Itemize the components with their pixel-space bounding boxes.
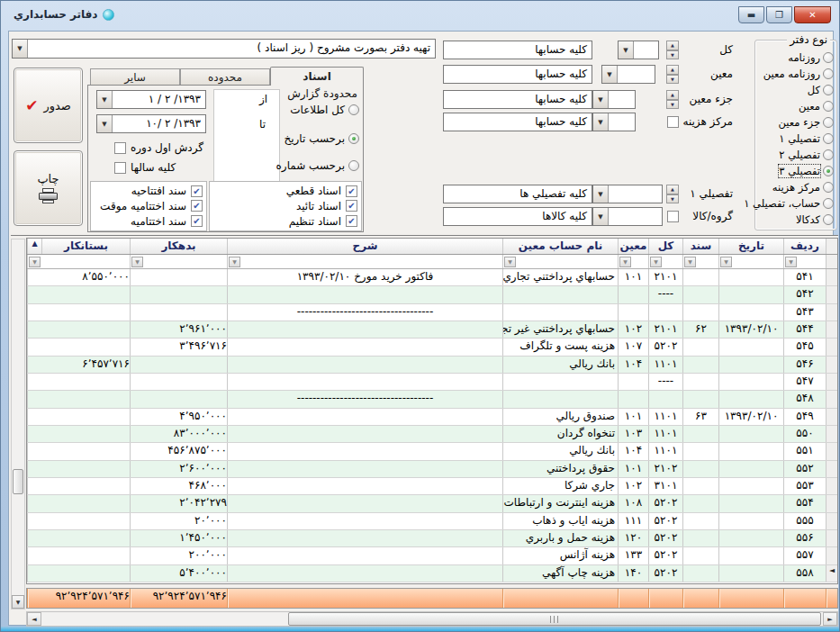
column-header-doc[interactable]: سند [682, 239, 718, 254]
radio-icon[interactable] [823, 182, 834, 193]
checkbox-checked-icon[interactable]: ✔ [346, 215, 357, 227]
table-row[interactable]: ۵۴۷---- [27, 374, 837, 391]
filter-icon[interactable]: ▼ [684, 257, 696, 267]
radio-icon[interactable] [823, 198, 834, 209]
issue-button[interactable]: صدور ✔ [14, 68, 83, 143]
account-filter-value[interactable]: كليه كالاها [443, 207, 592, 226]
radio-icon[interactable] [823, 133, 834, 144]
chevron-down-icon[interactable]: ▼ [593, 208, 609, 225]
radio-icon[interactable] [348, 104, 359, 115]
checkbox-draft-docs[interactable]: ✔ اسناد تنظيم [213, 215, 357, 228]
table-row[interactable]: ۵۴۶۱۱۰۱۱۰۴بانك ريالي۶٬۴۵۷٬۷۱۶ [27, 357, 837, 374]
column-header-desc[interactable]: شرح [227, 239, 502, 254]
spinner-up-icon[interactable]: ▲ [666, 90, 679, 100]
book-type-option[interactable]: كل [757, 84, 834, 96]
checkbox-checked-icon[interactable]: ✔ [191, 185, 203, 197]
chevron-down-icon[interactable]: ▼ [97, 115, 113, 132]
chevron-down-icon[interactable]: ▼ [619, 41, 634, 59]
report-style-combo[interactable]: ▼ تهيه دفتر بصورت مشروح ( ريز اسناد ) [12, 39, 436, 59]
spinner-down-icon[interactable]: ▼ [666, 100, 679, 110]
book-type-option[interactable]: تفصيلي ۱ [757, 132, 834, 145]
scroll-left-button[interactable]: ◄ [27, 612, 41, 626]
chevron-down-icon[interactable]: ▼ [97, 91, 113, 108]
checkbox-checked-icon[interactable]: ✔ [346, 185, 357, 197]
account-filter-value[interactable]: كليه حسابها [443, 41, 592, 59]
table-row[interactable]: ۵۵۳۳۱۰۱۱۰۲جاري شركا۴۶۸٬۰۰۰ [27, 478, 837, 495]
book-type-option[interactable]: جزء معين [757, 116, 834, 129]
filter-icon[interactable]: ▼ [650, 257, 662, 267]
spinner-control[interactable]: ▲▼ [666, 41, 679, 59]
book-type-option[interactable]: مركز هزينه [757, 181, 834, 194]
scroll-down-button[interactable]: ▼ [12, 595, 24, 609]
column-header-row[interactable]: رديف [783, 239, 826, 254]
spinner-down-icon[interactable]: ▼ [666, 75, 679, 85]
to-date-picker[interactable]: ▼ ۱۳۹۳/ ۲ /۱۰ [96, 114, 206, 133]
table-row[interactable]: ۵۵۶۵۲۰۲۱۲۰هزينه حمل و باربري۱٬۴۵۰٬۰۰۰ [27, 530, 837, 547]
checkbox-icon[interactable] [114, 142, 126, 154]
scroll-right-button[interactable]: ► [823, 612, 837, 626]
filter-icon[interactable]: ▼ [619, 257, 631, 267]
radio-icon[interactable] [823, 214, 834, 225]
table-row[interactable]: ۵۴۵۵۲۰۲۱۰۷هزينه پست و تلگراف۳٬۴۹۶٬۷۱۶ [27, 339, 837, 356]
print-button[interactable]: چاپ [14, 150, 83, 226]
horizontal-scrollbar[interactable]: ◄ ► [26, 611, 838, 627]
checkbox-closing-doc[interactable]: ✔ سند اختتاميه [95, 215, 203, 228]
horizontal-scroll-thumb[interactable] [288, 612, 821, 626]
radio-selected-icon[interactable] [348, 133, 359, 144]
column-header-date[interactable]: تاريخ [718, 239, 783, 254]
table-row[interactable]: ۵۴۸----------------------------------- [27, 391, 837, 408]
book-type-option[interactable]: معين [757, 100, 834, 113]
account-filter-combo[interactable]: ▼ [601, 65, 655, 84]
chevron-down-icon[interactable]: ▼ [593, 113, 609, 131]
book-type-option[interactable]: حساب، تفصيلي ۱ [757, 197, 834, 210]
tab-documents[interactable]: اسناد [270, 67, 364, 86]
account-filter-value[interactable]: كليه تفصيلي ها [443, 185, 592, 203]
table-row[interactable]: ۵۴۹۱۳۹۳/۰۲/۱۰۶۳۱۱۰۱۱۰۱صندوق ريالي۴٬۹۵۰٬۰… [27, 409, 837, 426]
filter-icon[interactable]: ▼ [229, 257, 240, 267]
book-type-option[interactable]: كدكالا [757, 213, 834, 226]
spinner-down-icon[interactable]: ▼ [666, 50, 679, 60]
column-header-debit[interactable]: بدهكار [130, 239, 227, 254]
column-header-name[interactable]: نام حساب معين [502, 239, 618, 254]
checkbox-opening-turnover[interactable]: گردش اول دوره [114, 141, 203, 154]
checkbox-checked-icon[interactable]: ✔ [191, 215, 203, 227]
chevron-down-icon[interactable]: ▼ [13, 40, 28, 58]
table-row[interactable]: ۵۵۵۵۲۰۲۱۱۱هزينه اياب و ذهاب۲۰٬۰۰۰ [27, 513, 837, 530]
radio-icon[interactable] [823, 52, 834, 63]
range-option-by-date[interactable]: برحسب تاريخ [284, 132, 359, 145]
spinner-up-icon[interactable]: ▲ [666, 65, 679, 75]
checkbox-final-docs[interactable]: ✔ اسناد قطعي [213, 185, 357, 197]
account-filter-value[interactable]: كليه حسابها [443, 65, 592, 84]
account-filter-combo[interactable]: ▼ [592, 90, 636, 109]
from-date-picker[interactable]: ▼ ۱۳۹۳/ ۲ / ۱ [96, 90, 206, 109]
tab-other[interactable]: ساير [90, 68, 180, 86]
checkbox-icon[interactable] [667, 211, 679, 222]
table-row[interactable]: ۵۵۷۵۲۰۲۱۳۳هزينه آژانس۲۰۰٬۰۰۰ [27, 547, 837, 564]
checkbox-icon[interactable] [667, 116, 679, 128]
account-filter-value[interactable]: كليه حسابها [443, 90, 592, 109]
radio-icon[interactable] [823, 117, 834, 128]
close-button[interactable]: ✕ [794, 6, 831, 23]
checkbox-icon[interactable] [114, 162, 126, 174]
radio-icon[interactable] [823, 85, 834, 95]
account-filter-combo[interactable]: ▼ [618, 41, 659, 59]
vertical-scroll-thumb[interactable] [13, 469, 23, 494]
table-row[interactable]: ◄۵۵۸۵۲۰۲۱۴۰هزينه چاپ آگهي۵٬۴۰۰٬۰۰۰ [27, 565, 837, 582]
book-type-option[interactable]: روزنامه [757, 51, 834, 64]
radio-icon[interactable] [823, 166, 834, 176]
radio-icon[interactable] [823, 101, 834, 112]
radio-icon[interactable] [348, 160, 359, 171]
table-row[interactable]: ۵۴۱۲۱۰۱۱۰۱حسابهاي پرداختني تجاريفاكتور خ… [27, 269, 837, 286]
book-type-option[interactable]: تفصيلي ۳ [757, 165, 834, 177]
table-row[interactable]: ۵۵۴۵۲۰۲۱۰۸هزينه اينترنت و ارتباطات راديو… [27, 495, 837, 512]
table-row[interactable]: ۵۴۳----------------------------------- [27, 304, 837, 321]
vertical-scrollbar[interactable]: ▼ [11, 239, 25, 609]
chevron-down-icon[interactable]: ▼ [593, 185, 609, 203]
spinner-control[interactable]: ▲▼ [666, 65, 679, 84]
range-option-by-number[interactable]: برحسب شماره [276, 159, 359, 172]
spinner-control[interactable]: ▲▼ [666, 90, 679, 109]
title-bar[interactable]: دفاتر حسابداري ▬ ❐ ✕ [1, 1, 839, 31]
checkbox-all-years[interactable]: كليه سالها [114, 161, 176, 174]
radio-icon[interactable] [823, 149, 834, 160]
table-row[interactable]: ۵۴۲---- [27, 286, 837, 303]
